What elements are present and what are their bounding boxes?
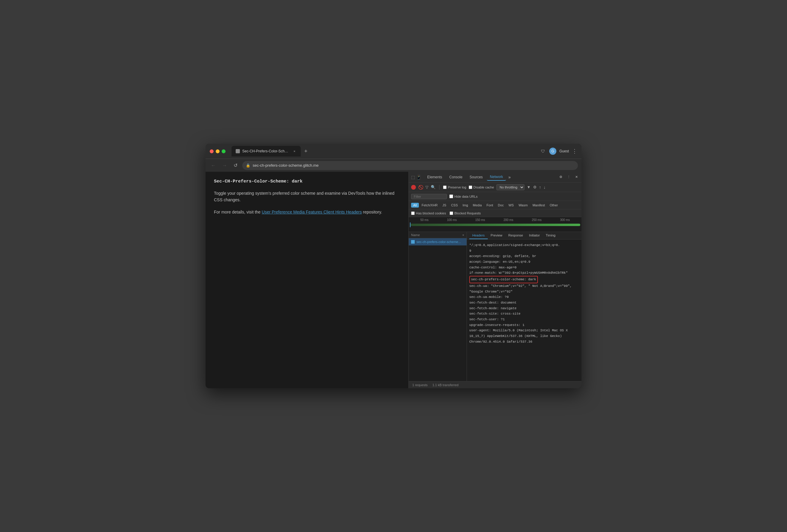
hide-data-urls-checkbox[interactable] (449, 195, 453, 198)
active-tab[interactable]: Sec-CH-Prefers-Color-Schem... × (232, 146, 301, 157)
disable-cache-label: Disable cache (469, 185, 494, 189)
type-manifest-button[interactable]: Manifest (530, 203, 547, 207)
tab-favicon (236, 149, 240, 153)
tab-headers[interactable]: Headers (469, 232, 488, 239)
profile-icon[interactable]: G (549, 148, 556, 155)
tab-response[interactable]: Response (505, 232, 526, 239)
content-area: Sec-CH-Prefers-Color-Scheme: dark Toggle… (206, 172, 581, 388)
export-button[interactable]: ↓ (544, 185, 546, 190)
address-field[interactable]: 🔒 sec-ch-prefers-color-scheme.glitch.me (242, 161, 578, 170)
webpage-link[interactable]: User Preference Media Features Client Hi… (262, 209, 362, 215)
tab-console[interactable]: Console (446, 174, 465, 180)
inspect-icon[interactable]: ⬚ (411, 175, 415, 179)
type-all-button[interactable]: All (411, 203, 419, 207)
tab-network[interactable]: Network (487, 174, 506, 181)
timeline-label-1: 100 ms (447, 218, 457, 222)
type-other-button[interactable]: Other (548, 203, 560, 207)
tab-initiator[interactable]: Initiator (526, 232, 543, 239)
close-button[interactable] (210, 149, 214, 153)
import-button[interactable]: ↑ (539, 185, 541, 190)
header-line-9: sec-fetch-dest: document (469, 300, 579, 306)
tab-close-button[interactable]: × (292, 149, 297, 153)
maximize-button[interactable] (222, 149, 226, 153)
tab-bar: Sec-CH-Prefers-Color-Schem... × + (232, 146, 537, 157)
address-bar: ← → ↺ 🔒 sec-ch-prefers-color-scheme.glit… (206, 159, 581, 172)
minimize-button[interactable] (216, 149, 219, 153)
address-text: sec-ch-prefers-color-scheme.glitch.me (253, 163, 319, 168)
tab-sources[interactable]: Sources (467, 174, 486, 180)
more-options-icon[interactable]: ⋮ (566, 174, 572, 179)
header-line-2: accept-encoding: gzip, deflate, br (469, 253, 579, 259)
header-line-13: upgrade-insecure-requests: 1 (469, 323, 579, 328)
clear-button[interactable]: 🚫 (418, 185, 423, 190)
device-icon[interactable]: 📱 (416, 175, 421, 179)
blocked-requests-checkbox[interactable] (450, 212, 453, 215)
new-tab-button[interactable]: + (302, 147, 310, 156)
filter-button[interactable]: ▽ (425, 185, 428, 190)
file-list: Name × sec-ch-prefers-color-scheme... (409, 232, 467, 381)
blocked-cookies-label: Has blocked cookies (411, 212, 446, 215)
close-devtools-icon[interactable]: ✕ (574, 174, 579, 179)
timeline-label-4: 250 ms (532, 218, 541, 222)
devtools-icon-area: ⚙ ⋮ ✕ (558, 174, 579, 179)
type-font-button[interactable]: Font (485, 203, 495, 207)
traffic-lights (210, 149, 226, 153)
search-button[interactable]: 🔍 (431, 185, 435, 190)
type-ws-button[interactable]: WS (506, 203, 516, 207)
type-wasm-button[interactable]: Wasm (516, 203, 530, 207)
devtools-panel: ⬚ 📱 Elements Console Sources Network » ⚙… (408, 172, 581, 388)
headers-panel: */;q=0.8,application/signed-exchange;v=b… (467, 240, 581, 381)
settings-icon[interactable]: ⚙ (558, 174, 563, 179)
more-tabs-button[interactable]: » (507, 174, 512, 181)
tab-timing[interactable]: Timing (543, 232, 558, 239)
header-line-4: cache-control: max-age=0 (469, 265, 579, 270)
type-media-button[interactable]: Media (471, 203, 484, 207)
record-button[interactable] (411, 185, 416, 190)
profile-area: 🛡 G Guest ⋮ (540, 148, 577, 155)
tab-title: Sec-CH-Prefers-Color-Schem... (242, 149, 290, 153)
type-fetch-button[interactable]: Fetch/XHR (420, 203, 440, 207)
disable-cache-checkbox[interactable] (469, 185, 472, 189)
type-js-button[interactable]: JS (440, 203, 448, 207)
timeline-progress (410, 224, 580, 226)
header-line-8: sec-ch-ua-mobile: ?0 (469, 294, 579, 300)
tab-elements[interactable]: Elements (424, 174, 445, 180)
tab-preview[interactable]: Preview (488, 232, 505, 239)
type-css-button[interactable]: CSS (449, 203, 460, 207)
file-list-header: Name × (409, 232, 467, 238)
webpage-paragraph-2: For more details, visit the User Prefere… (214, 209, 400, 215)
timeline-marker (410, 222, 410, 227)
devtools-tabs-bar: ⬚ 📱 Elements Console Sources Network » ⚙… (409, 172, 581, 182)
type-img-button[interactable]: Img (461, 203, 470, 207)
settings2-icon[interactable]: ⚙ (533, 185, 537, 190)
reload-button[interactable]: ↺ (232, 161, 239, 170)
throttle-select[interactable]: No throttling (496, 184, 525, 190)
file-list-close: × (463, 233, 464, 237)
hide-data-urls-label: Hide data URLs (449, 195, 477, 198)
file-item[interactable]: sec-ch-prefers-color-scheme... (409, 238, 467, 245)
blocked-cookies-checkbox[interactable] (411, 212, 415, 215)
blocked-row: Has blocked cookies Blocked Requests (409, 209, 581, 217)
requests-count: 1 requests (412, 383, 427, 387)
webpage-title: Sec-CH-Prefers-Color-Scheme: dark (214, 179, 400, 184)
type-doc-button[interactable]: Doc (496, 203, 506, 207)
preserve-log-checkbox[interactable] (443, 185, 447, 189)
header-line-6: sec-ch-prefers-color-scheme: dark (469, 276, 579, 283)
title-bar: Sec-CH-Prefers-Color-Schem... × + 🛡 G Gu… (206, 144, 581, 159)
header-line-5: if-none-match: W/"392-B+pCtpzl+pyWUSHMRn… (469, 270, 579, 276)
lock-icon: 🔒 (246, 163, 250, 168)
timeline-bar: 50 ms 100 ms 150 ms 200 ms 250 ms 300 ms (409, 217, 581, 232)
header-line-14: user-agent: Mozilla/5.0 (Macintosh; Inte… (469, 328, 579, 345)
filter-row: Hide data URLs (409, 192, 581, 201)
highlighted-header: sec-ch-prefers-color-scheme: dark (469, 276, 538, 283)
blocked-requests-label: Blocked Requests (450, 212, 481, 215)
shield-icon[interactable]: 🛡 (540, 148, 546, 154)
filter-input[interactable] (411, 194, 447, 199)
para2-prefix: For more details, visit the (214, 209, 262, 215)
forward-button[interactable]: → (220, 162, 229, 170)
header-line-12: sec-fetch-user: ?1 (469, 317, 579, 323)
kebab-menu-button[interactable]: ⋮ (572, 148, 577, 154)
header-line-11: sec-fetch-site: cross-site (469, 311, 579, 317)
back-button[interactable]: ← (209, 162, 217, 170)
timeline-label-2: 150 ms (475, 218, 485, 222)
